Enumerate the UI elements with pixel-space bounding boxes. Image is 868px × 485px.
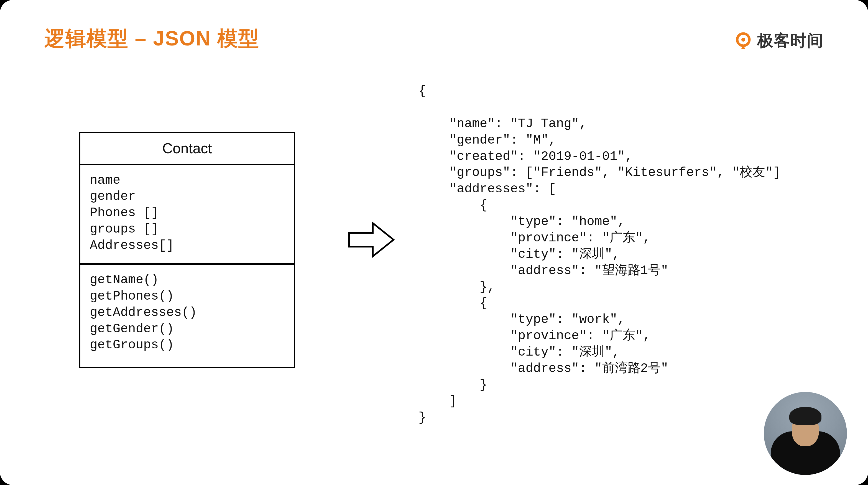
brand-name: 极客时间 bbox=[757, 30, 824, 52]
presenter-avatar bbox=[764, 392, 847, 475]
brand-logo: 极客时间 bbox=[735, 30, 824, 52]
uml-class-box: Contact name gender Phones [] groups [] … bbox=[79, 132, 295, 368]
arrow-right-icon bbox=[346, 219, 396, 261]
json-code-block: { "name": "TJ Tang", "gender": "M", "cre… bbox=[418, 83, 781, 426]
brand-icon bbox=[735, 32, 752, 50]
uml-attributes: name gender Phones [] groups [] Addresse… bbox=[81, 165, 294, 265]
slide: 逻辑模型 – JSON 模型 极客时间 Contact name gender … bbox=[0, 0, 868, 485]
svg-point-1 bbox=[741, 38, 745, 41]
uml-class-name: Contact bbox=[81, 133, 294, 165]
slide-content: Contact name gender Phones [] groups [] … bbox=[44, 83, 832, 457]
uml-methods: getName() getPhones() getAddresses() get… bbox=[81, 265, 294, 367]
slide-title: 逻辑模型 – JSON 模型 bbox=[44, 25, 832, 53]
